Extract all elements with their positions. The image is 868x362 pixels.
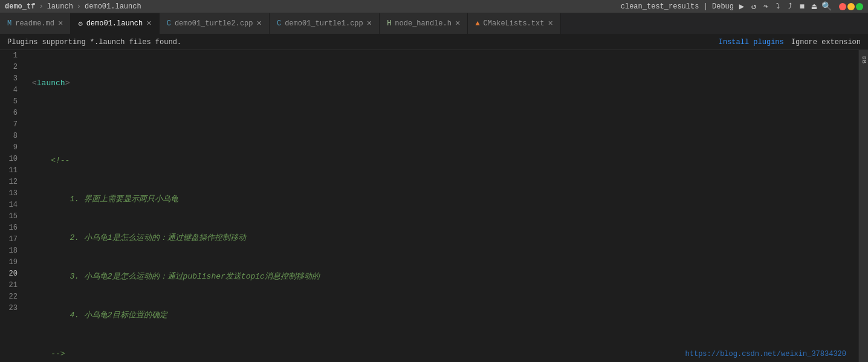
debug-restart-btn[interactable]: ↺	[748, 1, 759, 12]
line-num-13: 13	[0, 188, 22, 199]
debug-step-over-btn[interactable]: ↷	[760, 1, 771, 12]
main-layout: 1 2 3 4 5 6 7 8 9 10 11 12 13 14 15 16 1…	[0, 50, 868, 362]
tab-label-nodehandle: node_handle.h	[395, 19, 452, 28]
line-num-8: 8	[0, 131, 22, 142]
tab-cmakelists[interactable]: ▲ CMakeLists.txt ×	[468, 13, 560, 34]
build-config: clean_test_results | Debug	[621, 2, 734, 11]
tab-icon-cmakelists: ▲	[475, 19, 479, 28]
debug-play-btn[interactable]: ▶	[736, 1, 747, 12]
line-num-6: 6	[0, 108, 22, 119]
line-num-12: 12	[0, 176, 22, 188]
db-icon[interactable]: DB	[859, 55, 869, 65]
maximize-window-btn[interactable]	[856, 3, 863, 10]
close-window-btn[interactable]	[839, 3, 846, 10]
tab-readme[interactable]: M readme.md ×	[0, 13, 71, 34]
notification-actions: Install plugins Ignore extension	[719, 38, 861, 47]
line-num-23: 23	[0, 303, 22, 314]
code-line-1: <launch>	[30, 77, 858, 89]
tab-close-demo01turtle2[interactable]: ×	[257, 19, 262, 28]
debug-step-into-btn[interactable]: ⤵	[772, 1, 783, 12]
tab-demo01turtle1[interactable]: C demo01_turtle1.cpp ×	[270, 13, 380, 34]
debug-disconnect-btn[interactable]: ⏏	[809, 1, 820, 12]
line-num-19: 19	[0, 257, 22, 268]
code-content[interactable]: <launch> <!-- 1. 界面上需要显示两只小乌龟 2. 小乌龟1是怎么…	[27, 50, 858, 362]
tab-close-demo01launch[interactable]: ×	[146, 19, 151, 28]
window-controls	[839, 3, 863, 10]
breadcrumb-separator-2: ›	[77, 2, 81, 11]
project-name: demo_tf	[5, 2, 35, 11]
title-bar-left: demo_tf › launch › demo01.launch	[5, 2, 141, 11]
tab-label-demo01turtle2: demo01_turtle2.cpp	[175, 19, 253, 28]
tab-close-cmakelists[interactable]: ×	[548, 19, 552, 28]
code-line-4: 1. 界面上需要显示两只小乌龟	[30, 193, 858, 205]
debug-toolbar: ▶ ↺ ↷ ⤵ ⤴ ■ ⏏ 🔍	[736, 1, 832, 12]
title-bar: demo_tf › launch › demo01.launch clean_t…	[0, 0, 868, 13]
tab-demo01turtle2[interactable]: C demo01_turtle2.cpp ×	[160, 13, 270, 34]
line-num-11: 11	[0, 165, 22, 176]
notification-text: Plugins supporting *.launch files found.	[7, 38, 181, 47]
code-container: 1 2 3 4 5 6 7 8 9 10 11 12 13 14 15 16 1…	[0, 50, 858, 362]
code-line-5: 2. 小乌龟1是怎么运动的：通过键盘操作控制移动	[30, 232, 858, 244]
tab-icon-nodehandle: H	[387, 19, 391, 28]
tab-close-nodehandle[interactable]: ×	[455, 19, 460, 28]
line-num-17: 17	[0, 234, 22, 245]
line-num-15: 15	[0, 211, 22, 222]
line-num-20: 20	[0, 268, 22, 280]
line-num-4: 4	[0, 85, 22, 96]
code-line-6: 3. 小乌龟2是怎么运动的：通过publisher发送topic消息控制移动的	[30, 271, 858, 282]
breadcrumb-separator-1: ›	[39, 2, 43, 11]
line-num-18: 18	[0, 245, 22, 257]
breadcrumb-folder: launch	[47, 2, 73, 11]
editor-area[interactable]: 1 2 3 4 5 6 7 8 9 10 11 12 13 14 15 16 1…	[0, 50, 858, 362]
line-num-22: 22	[0, 291, 22, 303]
code-line-3: <!--	[30, 155, 858, 166]
line-num-5: 5	[0, 96, 22, 108]
tab-icon-readme: M	[7, 19, 11, 28]
tab-label-readme: readme.md	[15, 19, 54, 28]
code-line-2	[30, 116, 858, 128]
tab-label-demo01launch: demo01.launch	[86, 19, 143, 28]
tab-icon-demo01launch: ⚙	[78, 19, 82, 28]
line-num-7: 7	[0, 119, 22, 131]
line-num-2: 2	[0, 62, 22, 73]
line-numbers: 1 2 3 4 5 6 7 8 9 10 11 12 13 14 15 16 1…	[0, 50, 27, 362]
tab-demo01launch[interactable]: ⚙ demo01.launch ×	[71, 13, 159, 34]
notification-bar: Plugins supporting *.launch files found.…	[0, 34, 868, 50]
minimize-window-btn[interactable]	[847, 3, 855, 10]
tab-label-cmakelists: CMakeLists.txt	[484, 19, 545, 28]
tab-nodehandle[interactable]: H node_handle.h ×	[380, 13, 468, 34]
line-num-10: 10	[0, 154, 22, 165]
tab-icon-demo01turtle1: C	[277, 19, 281, 28]
line-num-9: 9	[0, 142, 22, 154]
ignore-extension-link[interactable]: Ignore extension	[791, 38, 861, 47]
debug-stop-btn[interactable]: ■	[797, 1, 808, 12]
tab-close-demo01turtle1[interactable]: ×	[367, 19, 372, 28]
breadcrumb-file: demo01.launch	[85, 2, 141, 11]
search-btn[interactable]: 🔍	[821, 1, 832, 12]
watermark-url: https://blog.csdn.net/weixin_37834320	[685, 350, 846, 358]
install-plugins-link[interactable]: Install plugins	[719, 38, 784, 47]
debug-step-out-btn[interactable]: ⤴	[785, 1, 795, 12]
activity-bar-right: DB	[858, 50, 868, 362]
line-num-14: 14	[0, 199, 22, 211]
tab-icon-demo01turtle2: C	[167, 19, 171, 28]
line-num-1: 1	[0, 50, 22, 62]
tab-close-readme[interactable]: ×	[58, 19, 63, 28]
title-bar-right: clean_test_results | Debug ▶ ↺ ↷ ⤵ ⤴ ■ ⏏…	[621, 1, 863, 12]
line-num-3: 3	[0, 73, 22, 85]
line-num-16: 16	[0, 222, 22, 234]
line-num-21: 21	[0, 280, 22, 291]
tab-bar: M readme.md × ⚙ demo01.launch × C demo01…	[0, 13, 868, 34]
code-line-7: 4. 小乌龟2目标位置的确定	[30, 309, 858, 321]
tab-label-demo01turtle1: demo01_turtle1.cpp	[285, 19, 363, 28]
